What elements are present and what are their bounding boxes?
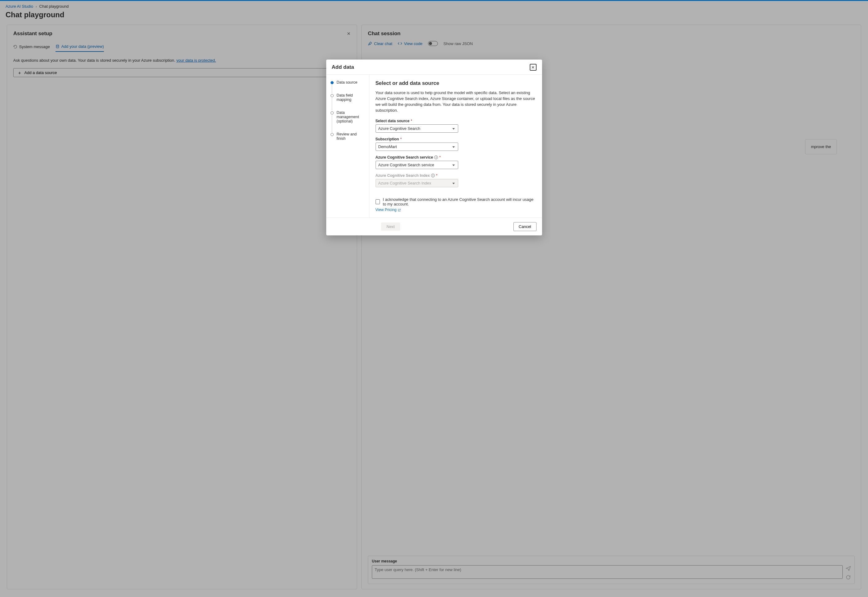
step-label: Data field mapping: [337, 93, 366, 102]
step-field-mapping[interactable]: Data field mapping: [330, 93, 366, 102]
info-icon[interactable]: i: [431, 174, 435, 177]
required-marker: *: [436, 174, 437, 178]
info-icon[interactable]: i: [434, 156, 438, 159]
step-bullet-icon: [330, 94, 334, 97]
field-label: Azure Cognitive Search service: [376, 155, 433, 159]
step-label: Data management (optional): [337, 110, 366, 123]
step-label: Review and finish: [337, 132, 366, 141]
required-marker: *: [411, 119, 412, 123]
step-bullet-icon: [330, 133, 334, 136]
data-source-select[interactable]: Azure Cognitive Search: [376, 124, 458, 133]
acknowledge-checkbox[interactable]: [376, 199, 380, 204]
field-label: Select data source: [376, 119, 409, 123]
search-index-select: Azure Cognitive Search Index: [376, 179, 458, 187]
modal-title: Add data: [332, 64, 354, 70]
acknowledge-text: I acknowledge that connecting to an Azur…: [383, 197, 536, 206]
required-marker: *: [400, 137, 402, 141]
subscription-select[interactable]: DemoMart: [376, 143, 458, 151]
step-data-management[interactable]: Data management (optional): [330, 110, 366, 123]
search-service-select[interactable]: Azure Cognitive Search service: [376, 161, 458, 169]
step-data-source[interactable]: Data source: [330, 80, 366, 85]
next-button: Next: [381, 223, 401, 231]
step-label: Data source: [337, 80, 357, 85]
modal-description: Your data source is used to help ground …: [376, 90, 536, 113]
cancel-button[interactable]: Cancel: [513, 222, 536, 231]
field-label: Azure Cognitive Search Index: [376, 174, 430, 178]
step-review-finish[interactable]: Review and finish: [330, 132, 366, 141]
add-data-modal: Add data ✕ Data source Data field mappin…: [326, 59, 542, 235]
modal-section-title: Select or add data source: [376, 80, 536, 86]
wizard-steps: Data source Data field mapping Data mana…: [326, 75, 369, 217]
external-link-icon: [398, 208, 401, 211]
step-bullet-icon: [330, 81, 334, 84]
view-pricing-link[interactable]: View Pricing: [376, 208, 401, 212]
close-icon[interactable]: ✕: [530, 64, 536, 71]
modal-overlay: Add data ✕ Data source Data field mappin…: [0, 1, 868, 597]
step-bullet-icon: [330, 111, 334, 114]
link-label: View Pricing: [376, 208, 397, 212]
field-label: Subscription: [376, 137, 399, 141]
required-marker: *: [439, 155, 441, 159]
